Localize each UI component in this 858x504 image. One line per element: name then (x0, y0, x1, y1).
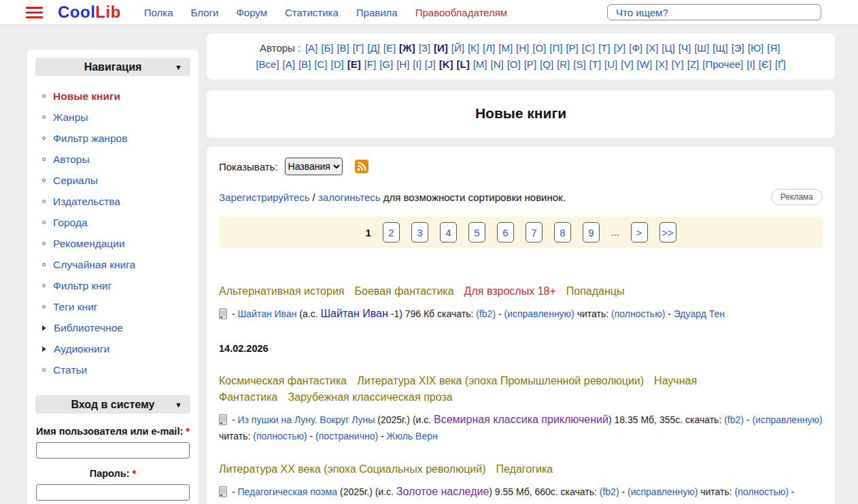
login-link[interactable]: залогиньтесь (318, 192, 381, 203)
book-detail-link[interactable]: (исправленную) (504, 308, 574, 319)
pagination-next-link[interactable]: > (631, 222, 648, 242)
pagination-page-link[interactable]: 3 (411, 222, 428, 242)
author-letter-link[interactable]: [О] (532, 42, 546, 54)
book-detail-link[interactable]: (постранично) (315, 431, 378, 442)
book-series-link[interactable]: Шайтан Иван (320, 308, 388, 319)
ad-button[interactable]: Реклама (771, 189, 823, 205)
pagination-page-link[interactable]: 4 (440, 222, 457, 242)
book-series-link[interactable]: Всемирная классика приключений (434, 414, 608, 425)
book-detail-link[interactable]: (fb2) (600, 486, 619, 497)
author-letter-link[interactable]: [D] (330, 58, 343, 70)
search-input[interactable] (607, 4, 821, 20)
author-letter-link[interactable]: [Т] (598, 42, 611, 54)
sidebar-nav-link[interactable]: Новые книги (53, 90, 120, 103)
author-letter-link[interactable]: [Все] (256, 58, 279, 70)
sidebar-nav-link[interactable]: Аудиокниги (54, 343, 109, 355)
book-detail-link[interactable]: (полностью) (253, 431, 307, 442)
author-letter-link[interactable]: [G] (379, 58, 393, 70)
author-letter-link[interactable]: [B] (298, 58, 311, 70)
author-letter-link[interactable]: [L] (457, 58, 470, 70)
author-letter-link[interactable]: [Д] (367, 42, 380, 54)
author-letter-link[interactable]: [X] (655, 58, 668, 70)
author-letter-link[interactable]: [С] (582, 42, 595, 54)
genre-link[interactable]: Для взрослых 18+ (464, 285, 556, 297)
sidebar-nav-link[interactable]: Библиотечное (54, 322, 123, 334)
book-detail-link[interactable]: (исправленную) (752, 414, 822, 425)
password-field[interactable] (36, 484, 190, 501)
author-letter-link[interactable]: [А] (305, 42, 318, 54)
book-detail-link[interactable]: Жюль Верн (387, 431, 438, 442)
book-detail-link[interactable]: (fb2) (476, 308, 496, 319)
sidebar-nav-link[interactable]: Фильтр книг (53, 280, 111, 292)
author-letter-link[interactable]: [Є] (759, 58, 772, 70)
author-letter-link[interactable]: [V] (621, 58, 633, 70)
sidebar-nav-link[interactable]: Теги книг (53, 301, 98, 313)
author-letter-link[interactable]: [Я] (767, 42, 780, 54)
author-letter-link[interactable]: [K] (439, 58, 453, 70)
author-letter-link[interactable]: [М] (498, 42, 513, 54)
author-letter-link[interactable]: [Прочее] (702, 58, 743, 70)
sidebar-nav-link[interactable]: Авторы (53, 154, 90, 166)
genre-link[interactable]: Попаданцы (566, 285, 625, 297)
author-letter-link[interactable]: [Ж] (399, 42, 415, 54)
author-letter-link[interactable]: [S] (573, 58, 585, 70)
register-link[interactable]: Зарегистрируйтесь (219, 192, 309, 203)
book-series-link[interactable]: Золотое наследие (396, 486, 489, 497)
rss-icon[interactable] (355, 160, 368, 173)
author-letter-link[interactable]: [Е] (383, 42, 396, 54)
author-letter-link[interactable]: [P] (524, 58, 536, 70)
author-letter-link[interactable]: [Y] (671, 58, 683, 70)
header-nav-link[interactable]: Блоги (191, 7, 219, 18)
author-letter-link[interactable]: [H] (396, 58, 409, 70)
author-letter-link[interactable]: [В] (337, 42, 349, 54)
author-letter-link[interactable]: [І] (747, 58, 755, 70)
genre-link[interactable]: Космическая фантастика (219, 375, 347, 386)
sidebar-nav-link[interactable]: Статьи (53, 364, 87, 376)
author-letter-link[interactable]: [R] (557, 58, 570, 70)
pagination-page-link[interactable]: 7 (526, 222, 543, 242)
author-letter-link[interactable]: [T] (589, 58, 602, 70)
author-letter-link[interactable]: [O] (507, 58, 521, 70)
genre-link[interactable]: Альтернативная история (219, 285, 345, 297)
pagination-last-link[interactable]: >> (659, 222, 676, 242)
sidebar-nav-link[interactable]: Жанры (53, 111, 88, 124)
header-nav-link[interactable]: Статистика (285, 7, 339, 18)
author-letter-link[interactable]: [К] (468, 42, 479, 54)
book-detail-link[interactable]: Эдуард Тен (674, 308, 725, 319)
author-letter-link[interactable]: [M] (473, 58, 487, 70)
book-detail-link[interactable]: (fb2) (724, 414, 744, 425)
author-letter-link[interactable]: [У] (613, 42, 625, 54)
book-detail-link[interactable]: (полностью) (735, 486, 789, 497)
author-letter-link[interactable]: [Б] (321, 42, 333, 54)
genre-link[interactable]: Боевая фантастика (355, 285, 454, 297)
author-letter-link[interactable]: [J] (425, 58, 436, 70)
hamburger-menu-icon[interactable] (26, 7, 43, 18)
book-detail-link[interactable]: (полностью) (611, 308, 665, 319)
book-detail-link[interactable]: (исправленную) (628, 486, 698, 497)
author-letter-link[interactable]: [Q] (540, 58, 553, 70)
author-letter-link[interactable]: [Л] (483, 42, 495, 54)
author-letter-link[interactable]: [Ч] (679, 42, 691, 54)
author-letter-link[interactable]: [Щ] (713, 42, 727, 54)
sidebar-nav-link[interactable]: Рекомендации (53, 238, 125, 250)
author-letter-link[interactable]: [F] (364, 58, 377, 70)
sidebar-login-header[interactable]: Вход в систему ▼ (35, 395, 190, 414)
author-letter-link[interactable]: [И] (434, 42, 448, 54)
book-detail-link[interactable]: Педагогическая поэма (237, 486, 337, 497)
author-letter-link[interactable]: [Z] (687, 58, 700, 70)
pagination-page-link[interactable]: 2 (383, 222, 400, 242)
header-nav-link[interactable]: Полка (144, 7, 173, 18)
book-detail-link[interactable]: Из пушки на Луну. Вокруг Луны (237, 414, 375, 425)
sidebar-nav-link[interactable]: Города (53, 217, 88, 229)
author-letter-link[interactable]: [Ю] (748, 42, 764, 54)
author-letter-link[interactable]: [W] (637, 58, 653, 70)
header-nav-link[interactable]: Правообладателям (415, 7, 507, 18)
header-nav-link[interactable]: Форум (236, 7, 267, 18)
username-field[interactable] (36, 442, 190, 458)
pagination-page-link[interactable]: 8 (554, 222, 571, 242)
author-letter-link[interactable]: [Й] (451, 42, 464, 54)
sidebar-nav-link[interactable]: Издательства (53, 196, 120, 208)
sidebar-nav-header[interactable]: Навигация ▼ (35, 58, 190, 76)
genre-link[interactable]: Зарубежная классическая проза (288, 391, 452, 403)
sidebar-nav-link[interactable]: Случайная книга (53, 259, 135, 271)
